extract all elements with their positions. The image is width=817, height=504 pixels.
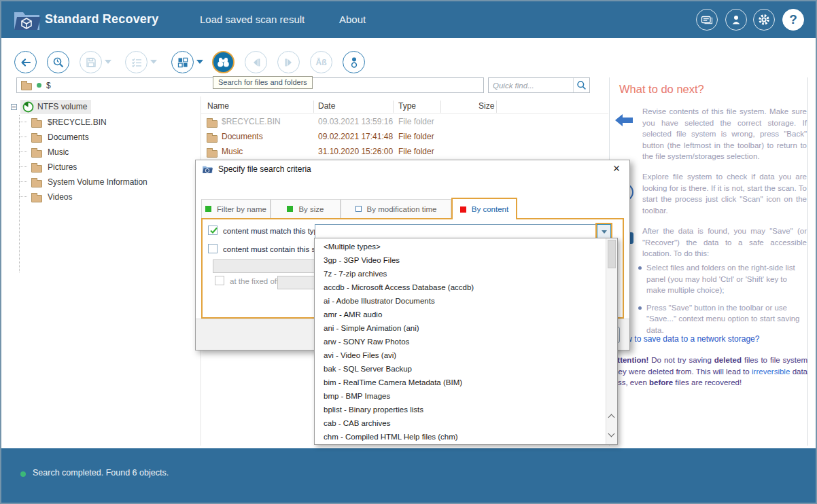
view-dropdown-arrow[interactable] [150,60,157,64]
partition-dropdown-arrow[interactable] [196,60,203,64]
view-options-button[interactable] [125,51,147,73]
next-result-button[interactable] [277,51,300,73]
scrollbar-thumb[interactable] [608,240,616,268]
dropdown-item[interactable]: avi - Video Files (avi) [315,348,606,362]
contain-phrase-checkbox[interactable] [208,244,218,253]
tab-label: By size [298,205,324,213]
dropdown-item[interactable]: bim - RealTime Camera Metadata (BIM) [315,376,606,389]
scan-button[interactable] [47,51,69,73]
dropdown-item[interactable]: bplist - Binary properties lists [315,403,606,416]
match-type-checkbox[interactable] [208,226,218,235]
dialog-tab[interactable]: By size [271,199,341,218]
attention-bold: before [649,378,673,386]
column-header-date[interactable]: Date [318,101,335,111]
tree-item[interactable]: System Volume Information [1,175,200,190]
tree-item-label: Videos [48,192,72,202]
tree-root-row[interactable]: NTFS volume [11,100,91,113]
back-button[interactable] [14,51,37,73]
help-panel: What to do next? Revise contents of this… [609,77,808,446]
folder-icon [31,180,42,187]
file-row[interactable]: $RECYCLE.BIN 09.03.2021 13:59:16 File fo… [201,114,608,129]
collapse-icon[interactable] [11,104,17,110]
save-icon [86,57,97,68]
encoding-button[interactable]: Āß [310,51,332,73]
save-button[interactable] [80,51,102,73]
help-heading: What to do next? [619,83,704,96]
tree-item[interactable]: Documents [1,130,200,145]
file-list-header: Name Date Type Size [201,99,608,114]
dropdown-item[interactable]: <Multiple types> [315,240,606,253]
scroll-down-icon[interactable] [608,431,615,437]
column-header-size[interactable]: Size [479,101,491,111]
tree-item[interactable]: Music [1,145,200,160]
app-title: Standard Recovery [45,12,158,26]
quick-find-input[interactable] [489,82,573,90]
file-type-combobox[interactable] [315,224,597,239]
dropdown-item[interactable]: chm - Compiled HTML Help files (chm) [315,430,606,444]
dialog-tab[interactable]: By content [451,198,517,219]
folder-icon [207,150,218,158]
settings-button[interactable] [753,9,775,31]
dropdown-item[interactable]: 3gp - 3GP Video Files [315,253,606,267]
column-divider[interactable] [440,101,441,113]
dialog-title: Specify file search criteria [218,164,311,174]
column-divider[interactable] [496,101,497,113]
dialog-title-bar[interactable]: Specify file search criteria [196,160,629,178]
help-bullet: Press "Save" button in the toolbar or us… [637,302,807,336]
dropdown-item[interactable]: ai - Adobe Illustrator Documents [315,294,606,308]
combobox-dropdown-button[interactable] [597,224,611,239]
tree-item[interactable]: Videos [1,190,200,204]
folder-icon [207,120,218,128]
tree-item[interactable]: $RECYCLE.BIN [1,115,200,130]
column-divider[interactable] [313,101,314,113]
volume-pie-icon [22,101,34,113]
file-row[interactable]: Documents 09.02.2021 17:41:48 File folde… [201,129,608,144]
help-button[interactable] [782,9,804,31]
account-button[interactable] [725,9,747,31]
back-arrow-icon [20,57,32,68]
quick-find-box [488,77,590,93]
dropdown-item[interactable]: cab - CAB archives [315,416,606,430]
match-type-label: content must match this type: [223,227,325,235]
help-paragraph: Revise contents of this file system. Mak… [642,106,807,162]
folder-icon [31,120,42,128]
help-paragraph: Explore file system to check if data you… [642,171,807,216]
dropdown-item[interactable]: ani - Simple Animation (ani) [315,321,606,335]
column-divider[interactable] [393,101,394,113]
dialog-close-button[interactable] [610,162,623,175]
menu-about[interactable]: About [339,14,366,25]
save-dropdown-arrow[interactable] [105,60,111,64]
menu-load-saved-scan[interactable]: Load saved scan result [200,14,305,25]
info-button[interactable] [343,51,365,73]
tree-item[interactable]: Pictures [1,160,200,175]
quick-find-button[interactable] [573,78,589,92]
partition-button[interactable] [171,51,194,73]
dropdown-item[interactable]: amr - AMR audio [315,308,606,321]
dropdown-item[interactable]: bmp - BMP Images [315,389,606,403]
dropdown-item[interactable]: bak - SQL Server Backup [315,362,606,376]
app-window: Standard Recovery Load saved scan result… [0,0,817,504]
scroll-up-icon[interactable] [608,414,615,421]
encoding-label: Āß [316,58,327,67]
column-header-type[interactable]: Type [398,101,416,111]
dialog-tab[interactable]: Filter by name [201,199,271,218]
network-storage-link[interactable]: How to save data to a network storage? [616,334,759,344]
fixed-offset-checkbox[interactable] [215,276,224,285]
file-name: Music [222,147,243,156]
dropdown-item[interactable]: accdb - Microsoft Access Database (accdb… [315,281,606,294]
dropdown-item[interactable]: 7z - 7-zip archives [315,267,606,281]
current-path: $ [46,81,51,90]
search-files-button[interactable] [212,51,234,73]
dropdown-scrollbar[interactable] [606,238,617,444]
user-icon [730,14,742,26]
prev-result-button[interactable] [245,51,267,73]
app-logo-icon [12,7,41,32]
tree-item-label: $RECYCLE.BIN [48,118,107,127]
column-header-name[interactable]: Name [207,101,229,111]
dropdown-item[interactable]: arw - SONY Raw Photos [315,335,606,348]
feedback-button[interactable] [696,9,718,31]
file-row[interactable]: Music 31.10.2020 15:26:00 File folder [201,144,608,159]
dialog-tab[interactable]: By modification time [341,199,451,218]
step-next-icon [284,58,294,67]
file-type-dropdown-list: <Multiple types> 3gp - 3GP Video Files 7… [314,238,618,445]
